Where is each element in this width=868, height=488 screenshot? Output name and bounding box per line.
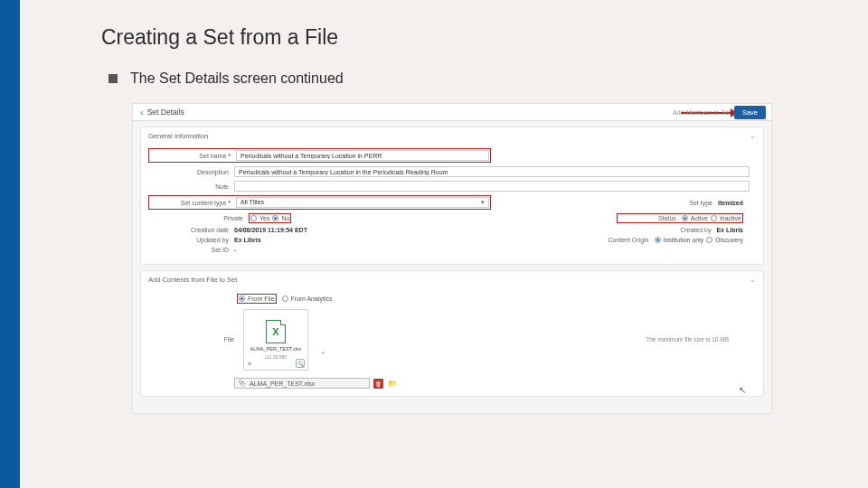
content-type-select[interactable]: All Titles (236, 197, 489, 208)
from-analytics-label: From Analytics (291, 296, 333, 302)
description-input[interactable] (234, 166, 750, 177)
content-origin-inst-label: Institution only (664, 237, 704, 243)
from-file-radio[interactable] (239, 296, 245, 302)
status-active-radio[interactable] (682, 215, 688, 221)
back-chevron-icon[interactable]: ‹ (140, 107, 144, 117)
note-label: Note (148, 183, 234, 190)
content-origin-disc-radio[interactable] (706, 237, 712, 243)
trash-icon[interactable]: 🗑 (373, 379, 383, 389)
status-active-label: Active (691, 215, 708, 221)
file-name: ALMA_PER_TEST.xlsx (250, 346, 302, 352)
page-title: Set Details (147, 108, 184, 117)
note-input[interactable] (234, 181, 750, 192)
file-label: File (184, 309, 234, 343)
status-label: Status (618, 215, 682, 221)
save-button[interactable]: Save (734, 106, 766, 119)
created-by-label: Created by (653, 227, 716, 233)
file-card[interactable]: X ALMA_PER_TEST.xlsx (11.32 KB) ✕ 🔍 (243, 309, 308, 371)
creation-date-value: 04/08/2019 11:19:54 EDT (234, 227, 307, 233)
file-preview-icon[interactable]: 🔍 (296, 359, 305, 368)
creation-date-label: Creation date (148, 227, 234, 233)
attachment-icon: 📎 (238, 380, 246, 387)
slide-accent-bar (0, 0, 20, 488)
collapse-chevron-icon[interactable]: « (321, 349, 325, 357)
add-contents-panel: Add Contents from File to Set ⌄ From Fil… (140, 270, 764, 397)
chevron-down-icon[interactable]: ⌄ (750, 132, 756, 140)
panel-title: Add Contents from File to Set (148, 276, 237, 284)
folder-icon[interactable]: 📁 (387, 379, 397, 389)
updated-by-value: Ex Libris (234, 237, 261, 243)
square-bullet-icon (108, 74, 118, 83)
private-no-label: No (281, 215, 289, 221)
from-file-label: From File (248, 296, 275, 302)
panel-title: General Information (148, 132, 208, 140)
chosen-file-box: 📎 ALMA_PER_TEST.xlsx (234, 378, 370, 389)
description-label: Description (148, 169, 234, 175)
file-remove-icon[interactable]: ✕ (247, 361, 252, 368)
set-type-value: Itemized (718, 200, 743, 206)
content-origin-inst-radio[interactable] (655, 237, 661, 243)
status-inactive-radio[interactable] (711, 215, 717, 221)
private-no-radio[interactable] (272, 215, 278, 221)
set-type-label: Set type (655, 200, 718, 206)
embedded-screenshot: ‹ Set Details Add Members to Set Save Ge… (132, 103, 772, 414)
set-id-value: - (234, 247, 236, 253)
private-label: Private (148, 215, 249, 221)
private-yes-label: Yes (259, 215, 269, 221)
created-by-value: Ex Libris (716, 227, 743, 233)
slide-title: Creating a Set from a File (101, 25, 338, 50)
file-size: (11.32 KB) (265, 354, 287, 360)
bullet-row: The Set Details screen continued (108, 70, 344, 87)
max-size-note: The maximum file size is 10 MB (646, 336, 729, 343)
general-info-panel: General Information ⌄ Set name Descripti… (140, 127, 764, 265)
excel-file-icon: X (266, 320, 286, 343)
set-id-label: Set ID (148, 247, 234, 253)
panel-header-add-contents[interactable]: Add Contents from File to Set ⌄ (141, 271, 763, 288)
status-inactive-label: Inactive (720, 215, 741, 221)
add-members-link[interactable]: Add Members to Set (673, 109, 731, 116)
from-analytics-radio[interactable] (282, 296, 288, 302)
set-name-input[interactable] (236, 150, 489, 161)
private-yes-radio[interactable] (250, 215, 257, 221)
content-origin-disc-label: Discovery (715, 237, 743, 243)
content-type-label: Set content type (150, 200, 236, 206)
set-name-label: Set name (150, 153, 236, 159)
slide-subtitle: The Set Details screen continued (130, 70, 344, 87)
top-bar: ‹ Set Details Add Members to Set Save (133, 104, 771, 121)
updated-by-label: Updated by (148, 237, 234, 243)
panel-header-general[interactable]: General Information ⌄ (141, 127, 763, 145)
chosen-file-name: ALMA_PER_TEST.xlsx (250, 380, 315, 387)
content-origin-label: Content Origin (591, 237, 655, 243)
chevron-down-icon[interactable]: ⌄ (750, 276, 756, 284)
cursor-icon: ↖ (739, 385, 746, 395)
